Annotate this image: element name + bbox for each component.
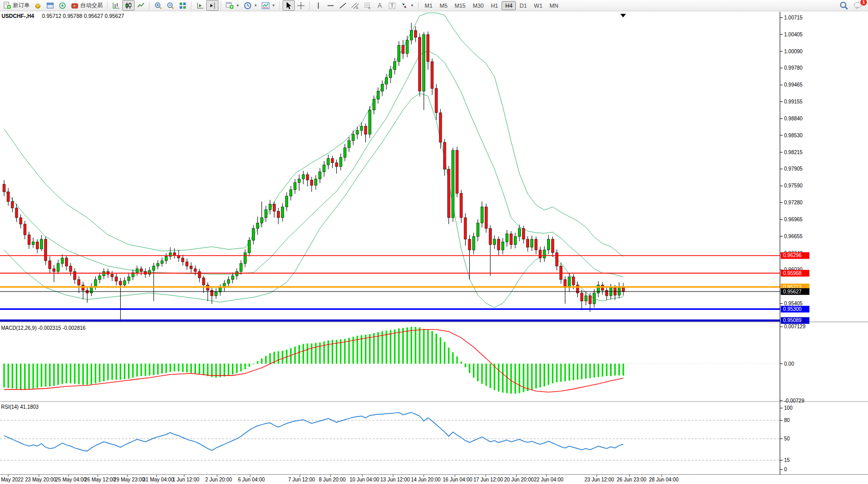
line-chart-button[interactable]	[135, 0, 147, 11]
candle	[551, 239, 554, 252]
chart-shift-button[interactable]	[206, 0, 219, 11]
candle	[331, 158, 334, 162]
time-axis-label: 23 May 20:00	[25, 477, 56, 482]
toolbar-separator	[107, 2, 108, 9]
time-axis-label: 29 May 23:00	[114, 477, 145, 482]
price-tick-label: 1.00715	[784, 15, 803, 20]
price-badge-label: 0.95089	[783, 318, 802, 323]
cursor-button[interactable]	[283, 0, 295, 11]
tile-windows-button[interactable]	[177, 0, 189, 11]
candle	[360, 126, 363, 130]
candles-chart-button[interactable]	[122, 0, 135, 11]
timeframe-m30-button[interactable]: M30	[469, 1, 487, 10]
bars-chart-button[interactable]	[110, 0, 122, 11]
candle	[373, 99, 375, 110]
candle	[61, 258, 63, 264]
toolbox-button[interactable]	[32, 0, 44, 11]
price-tick-label: 0.96965	[784, 217, 803, 222]
timeframe-h1-button[interactable]: H1	[487, 1, 502, 10]
fibonacci-button[interactable]: F	[361, 0, 374, 11]
candle	[94, 280, 97, 287]
candle	[294, 183, 296, 190]
candle	[298, 179, 300, 182]
candle	[78, 280, 80, 285]
candle	[389, 70, 392, 78]
macd-scale-label: -0.00729	[784, 398, 805, 404]
zoom-out-button[interactable]	[164, 0, 177, 11]
price-tick-label: 1.00090	[784, 49, 803, 54]
macd-scale-label: 0.00	[784, 361, 794, 367]
candle	[315, 179, 317, 185]
candle	[460, 194, 463, 218]
candle	[618, 287, 620, 295]
candle	[589, 296, 591, 304]
candle	[310, 180, 313, 185]
candle	[256, 223, 259, 228]
timeframe-w1-button[interactable]: W1	[530, 1, 546, 10]
candle	[356, 131, 359, 134]
candle	[456, 151, 459, 194]
candle	[514, 237, 516, 245]
candle	[535, 239, 537, 250]
candle	[215, 292, 218, 296]
candle	[352, 134, 355, 141]
candle	[286, 196, 288, 207]
notifications-button[interactable]: 1	[854, 2, 863, 10]
arrows-button[interactable]: ▼	[398, 0, 416, 11]
data-window-button[interactable]	[44, 0, 56, 11]
horizontal-line-button[interactable]	[324, 0, 337, 11]
toolbar-separator	[191, 2, 192, 9]
candle	[476, 223, 479, 236]
candle	[497, 239, 500, 250]
auto-scroll-button[interactable]	[194, 0, 206, 11]
signals-button[interactable]	[56, 0, 69, 11]
macd-scale-label: 0.007129	[784, 324, 806, 329]
text-button[interactable]: A	[374, 0, 386, 11]
price-tick-label: 1.00405	[784, 32, 803, 37]
bars-chart-icon	[112, 2, 120, 10]
candle	[102, 271, 105, 276]
autotrading-button[interactable]: 自动交易	[69, 0, 105, 11]
timeframe-h4-button[interactable]: H4	[502, 1, 516, 10]
time-axis-label: 28 Jun 04:00	[649, 477, 679, 482]
candle	[211, 290, 213, 296]
periods-button[interactable]: ▼	[242, 0, 259, 11]
candle	[368, 110, 371, 134]
price-tick-label: 0.99155	[784, 99, 803, 104]
price-badge-label: 0.95968	[783, 270, 802, 276]
price-tick-label: 0.98840	[784, 116, 803, 121]
indicators-button[interactable]: ▼	[259, 0, 277, 11]
rsi-scale-label: 80	[784, 417, 790, 423]
candle	[451, 151, 454, 218]
equidistant-channel-button[interactable]: E	[349, 0, 361, 11]
text-label-button[interactable]: T	[386, 0, 398, 11]
timeframe-mn-button[interactable]: MN	[546, 1, 562, 10]
candle	[3, 184, 6, 192]
search-icon[interactable]	[839, 1, 849, 10]
candle	[98, 276, 101, 279]
candle	[28, 235, 30, 245]
timeframe-m5-button[interactable]: M5	[436, 1, 451, 10]
candle	[49, 261, 51, 269]
candle	[157, 263, 159, 266]
rsi-scale-label: 15	[784, 457, 790, 463]
timeframe-d1-button[interactable]: D1	[516, 1, 530, 10]
vertical-line-button[interactable]	[312, 0, 324, 11]
candle	[394, 61, 396, 70]
new-order-button[interactable]: 新订单	[1, 0, 32, 11]
new-chart-button[interactable]: ▼	[224, 0, 242, 11]
candle	[447, 169, 450, 218]
line-chart-icon	[137, 2, 145, 10]
candle	[502, 242, 504, 250]
candle	[555, 252, 558, 266]
price-badge-label: 0.96296	[783, 252, 802, 258]
timeframe-m1-button[interactable]: M1	[421, 1, 436, 10]
svg-text:F: F	[368, 7, 371, 10]
timeframe-m15-button[interactable]: M15	[451, 1, 469, 10]
trendline-button[interactable]	[337, 0, 349, 11]
candle	[11, 201, 14, 208]
chart-canvas[interactable]: USDCHF-,H40.95712 0.95788 0.95627 0.9562…	[0, 0, 868, 484]
zoom-in-button[interactable]	[152, 0, 164, 11]
crosshair-button[interactable]	[295, 0, 307, 11]
candle	[306, 175, 309, 180]
